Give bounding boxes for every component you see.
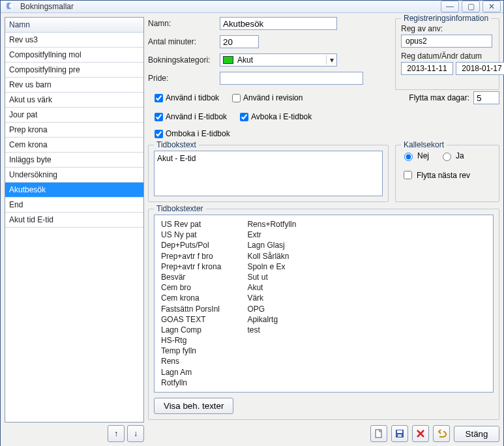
reginfo-group: Registreringsinformation Reg av anv: opu… xyxy=(395,18,499,90)
tidbokstexter-group: Tidbokstexter US Rev patUS Ny patDep+Put… xyxy=(148,209,499,420)
delete-button[interactable] xyxy=(412,425,429,442)
texter-item[interactable]: Rens+Rotfylln xyxy=(247,219,296,230)
reg-anv-label: Reg av anv: xyxy=(401,24,494,33)
kallelsekort-group: Kallelsekort Nej Ja Flytta nästa rev xyxy=(395,145,499,202)
svg-rect-2 xyxy=(397,430,402,433)
visa-texter-button[interactable]: Visa beh. texter xyxy=(154,398,233,414)
kategori-swatch xyxy=(223,56,233,64)
reg-date2: 2018-01-17 xyxy=(456,62,504,75)
list-item[interactable]: Inläggs byte xyxy=(5,153,143,168)
minuter-input[interactable] xyxy=(220,35,259,48)
texter-title: Tidbokstexter xyxy=(154,204,206,213)
list-item[interactable]: Cem krona xyxy=(5,138,143,153)
texter-item[interactable]: US Rev pat xyxy=(161,219,221,230)
app-icon xyxy=(6,1,16,12)
minimize-button[interactable]: — xyxy=(441,1,459,12)
texter-item[interactable]: Fastsättn PorsInl xyxy=(161,304,221,314)
tidbokstext-area[interactable]: Akut - E-tid xyxy=(154,151,383,196)
texter-item[interactable]: US Ny pat xyxy=(161,230,221,240)
namn-label: Namn: xyxy=(148,19,220,28)
new-button[interactable] xyxy=(370,425,387,442)
kategori-value: Akut xyxy=(236,55,326,65)
texter-item[interactable]: Temp fylln xyxy=(161,346,221,356)
save-button[interactable] xyxy=(391,425,408,442)
list-item[interactable]: Akutbesök xyxy=(5,183,143,198)
radio-nej[interactable]: Nej xyxy=(401,151,429,161)
window-title: Bokningsmallar xyxy=(20,2,438,11)
move-down-button[interactable]: ↓ xyxy=(127,425,144,442)
list-item[interactable]: Akut us värk xyxy=(5,93,143,108)
move-up-button[interactable]: ↑ xyxy=(108,425,125,442)
kallelse-title: Kallelsekort xyxy=(401,140,447,149)
texter-item[interactable]: Prep+avtr f bro xyxy=(161,251,221,261)
list-item[interactable]: Prep krona xyxy=(5,123,143,138)
texter-item[interactable]: Akut xyxy=(247,282,296,293)
left-pane: Namn Rev us3Compositfyllning molComposit… xyxy=(5,17,144,442)
tidbokstext-title: Tidbokstext xyxy=(154,140,199,149)
texter-item[interactable]: Besvär xyxy=(161,272,221,282)
kategori-select[interactable]: Akut ▾ xyxy=(220,53,337,67)
list-item[interactable]: Akut tid E-tid xyxy=(5,213,143,228)
close-button[interactable]: ✕ xyxy=(482,1,501,12)
tidbokstext-group: Tidbokstext Akut - E-tid xyxy=(148,145,389,202)
texter-item[interactable]: Prep+avtr f krona xyxy=(161,261,221,272)
list-item[interactable]: End xyxy=(5,198,143,213)
texter-item[interactable]: test xyxy=(247,325,296,335)
texter-item[interactable]: Spoln e Ex xyxy=(247,261,296,272)
pride-input[interactable] xyxy=(220,72,363,85)
right-pane: Namn: Antal minuter: Bokningskategori: A… xyxy=(148,17,499,442)
kategori-label: Bokningskategori: xyxy=(148,55,220,65)
list-item[interactable]: Compositfyllning mol xyxy=(5,48,143,63)
chk-omboka[interactable]: Omboka i E-tidbok xyxy=(155,129,230,138)
texter-listbox[interactable]: US Rev patUS Ny patDep+Puts/PolPrep+avtr… xyxy=(154,215,494,393)
template-list[interactable]: Namn Rev us3Compositfyllning molComposit… xyxy=(5,17,144,423)
svg-rect-3 xyxy=(398,434,402,437)
pride-label: Pride: xyxy=(148,74,220,83)
list-item[interactable]: Compositfyllning pre xyxy=(5,63,143,78)
minuter-label: Antal minuter: xyxy=(148,37,220,46)
reg-date1: 2013-11-11 xyxy=(401,62,453,75)
list-item[interactable]: Undersökning xyxy=(5,168,143,183)
texter-item[interactable]: Dep+Puts/Pol xyxy=(161,240,221,250)
texter-item[interactable]: Lagn Comp xyxy=(161,325,221,335)
close-window-button[interactable]: Stäng xyxy=(454,426,499,442)
texter-item[interactable]: Värk xyxy=(247,293,296,303)
texter-item[interactable]: Cem krona xyxy=(161,293,221,303)
list-item[interactable]: Jour pat xyxy=(5,108,143,123)
list-item[interactable]: Rev us3 xyxy=(5,33,143,48)
namn-input[interactable] xyxy=(220,17,337,30)
texter-item[interactable]: Rens xyxy=(161,356,221,366)
texter-item[interactable]: Koll Sårläkn xyxy=(247,251,296,261)
flytta-input[interactable] xyxy=(473,91,499,104)
titlebar: Bokningsmallar — ▢ ✕ xyxy=(1,1,503,13)
maximize-button[interactable]: ▢ xyxy=(462,1,480,12)
undo-button[interactable] xyxy=(433,425,450,442)
chk-tidbok[interactable]: Använd i tidbok xyxy=(155,93,219,102)
flytta-label: Flytta max dagar: xyxy=(409,93,469,102)
list-item[interactable]: Rev us barn xyxy=(5,78,143,93)
texter-item[interactable]: Apikalrtg xyxy=(247,314,296,325)
checkbox-row: Använd i tidbok Använd i revision Flytta… xyxy=(155,91,499,138)
reg-date-label: Reg datum/Ändr datum xyxy=(401,52,494,61)
reg-anv-value: opus2 xyxy=(401,35,492,48)
texter-item[interactable]: Extr xyxy=(247,230,296,240)
texter-item[interactable]: Rotfylln xyxy=(161,378,221,388)
list-header: Namn xyxy=(5,18,143,33)
texter-item[interactable]: Sut ut xyxy=(247,272,296,282)
texter-item[interactable]: OPG xyxy=(247,304,296,314)
chevron-down-icon: ▾ xyxy=(326,55,336,65)
chk-flytta-rev[interactable]: Flytta nästa rev xyxy=(401,169,494,181)
texter-item[interactable]: HS-Rtg xyxy=(161,335,221,346)
texter-item[interactable]: Lagn Am xyxy=(161,367,221,378)
footer: Stäng xyxy=(148,420,499,442)
content: Namn Rev us3Compositfyllning molComposit… xyxy=(1,13,503,446)
radio-ja[interactable]: Ja xyxy=(439,151,464,161)
chk-revision[interactable]: Använd i revision xyxy=(232,93,303,102)
texter-item[interactable]: Lagn Glasj xyxy=(247,240,296,250)
texter-item[interactable]: Cem bro xyxy=(161,282,221,293)
chk-etidbok[interactable]: Använd i E-tidbok xyxy=(155,112,227,121)
reginfo-title: Registreringsinformation xyxy=(401,14,491,23)
reorder-buttons: ↑ ↓ xyxy=(5,425,144,442)
texter-item[interactable]: GOAS TEXT xyxy=(161,314,221,325)
chk-avboka[interactable]: Avboka i E-tidbok xyxy=(240,112,312,121)
